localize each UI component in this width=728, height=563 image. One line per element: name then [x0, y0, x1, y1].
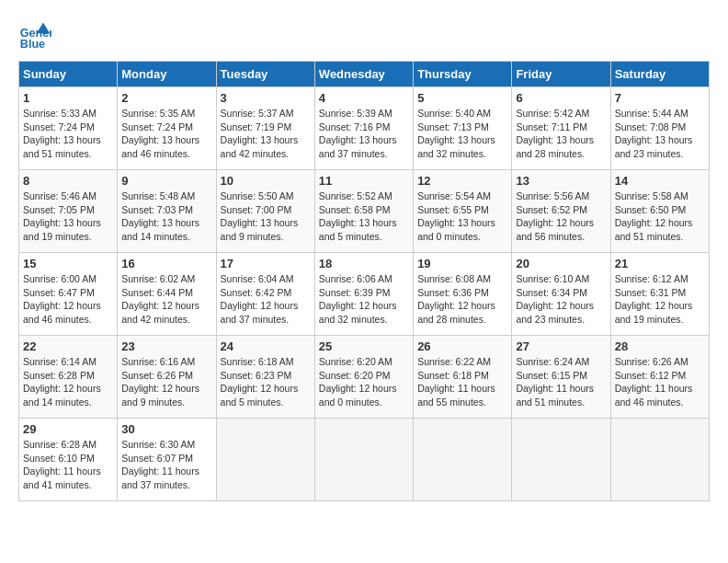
day-info: Sunrise: 6:06 AMSunset: 6:39 PMDaylight:… [319, 272, 409, 327]
calendar-header-row: SundayMondayTuesdayWednesdayThursdayFrid… [19, 62, 710, 87]
day-number: 1 [23, 91, 113, 105]
weekday-header: Tuesday [216, 62, 314, 87]
day-info: Sunrise: 5:40 AMSunset: 7:13 PMDaylight:… [417, 107, 507, 161]
calendar-day-cell: 12 Sunrise: 5:54 AMSunset: 6:55 PMDaylig… [414, 170, 512, 253]
day-number: 4 [319, 91, 409, 105]
calendar-day-cell: 25 Sunrise: 6:20 AMSunset: 6:20 PMDaylig… [314, 336, 413, 419]
day-number: 10 [221, 174, 311, 188]
weekday-header: Saturday [610, 62, 709, 87]
calendar-day-cell [216, 419, 314, 501]
day-info: Sunrise: 6:14 AMSunset: 6:28 PMDaylight:… [23, 355, 113, 409]
day-info: Sunrise: 6:22 AMSunset: 6:18 PMDaylight:… [417, 355, 507, 409]
day-number: 3 [221, 91, 311, 105]
day-info: Sunrise: 5:37 AMSunset: 7:19 PMDaylight:… [221, 107, 311, 161]
day-info: Sunrise: 6:08 AMSunset: 6:36 PMDaylight:… [417, 272, 507, 327]
calendar-day-cell: 9 Sunrise: 5:48 AMSunset: 7:03 PMDayligh… [118, 170, 216, 253]
day-number: 22 [23, 339, 113, 353]
day-info: Sunrise: 6:28 AMSunset: 6:10 PMDaylight:… [23, 438, 113, 492]
calendar-week-row: 29 Sunrise: 6:28 AMSunset: 6:10 PMDaylig… [19, 419, 710, 501]
calendar-day-cell: 1 Sunrise: 5:33 AMSunset: 7:24 PMDayligh… [19, 87, 118, 170]
day-info: Sunrise: 6:26 AMSunset: 6:12 PMDaylight:… [615, 355, 705, 409]
weekday-header: Friday [512, 62, 610, 87]
calendar-day-cell: 23 Sunrise: 6:16 AMSunset: 6:26 PMDaylig… [118, 336, 216, 419]
day-number: 12 [417, 174, 507, 188]
day-number: 9 [121, 174, 211, 188]
day-info: Sunrise: 5:52 AMSunset: 6:58 PMDaylight:… [319, 190, 409, 244]
day-info: Sunrise: 6:30 AMSunset: 6:07 PMDaylight:… [121, 438, 211, 492]
calendar-week-row: 15 Sunrise: 6:00 AMSunset: 6:47 PMDaylig… [19, 253, 710, 336]
calendar-day-cell: 4 Sunrise: 5:39 AMSunset: 7:16 PMDayligh… [314, 87, 413, 170]
calendar-day-cell: 22 Sunrise: 6:14 AMSunset: 6:28 PMDaylig… [19, 336, 118, 419]
day-number: 30 [121, 422, 211, 436]
day-info: Sunrise: 6:16 AMSunset: 6:26 PMDaylight:… [121, 355, 211, 409]
calendar-day-cell: 10 Sunrise: 5:50 AMSunset: 7:00 PMDaylig… [216, 170, 314, 253]
day-info: Sunrise: 5:58 AMSunset: 6:50 PMDaylight:… [615, 190, 705, 244]
calendar-day-cell: 14 Sunrise: 5:58 AMSunset: 6:50 PMDaylig… [610, 170, 709, 253]
day-number: 20 [516, 257, 606, 270]
calendar-day-cell: 5 Sunrise: 5:40 AMSunset: 7:13 PMDayligh… [414, 87, 512, 170]
calendar-day-cell: 21 Sunrise: 6:12 AMSunset: 6:31 PMDaylig… [610, 253, 709, 336]
day-number: 13 [516, 174, 606, 188]
calendar-day-cell: 15 Sunrise: 6:00 AMSunset: 6:47 PMDaylig… [19, 253, 118, 336]
day-number: 29 [23, 422, 113, 436]
calendar-day-cell: 6 Sunrise: 5:42 AMSunset: 7:11 PMDayligh… [512, 87, 610, 170]
day-info: Sunrise: 6:02 AMSunset: 6:44 PMDaylight:… [121, 272, 211, 327]
day-number: 11 [319, 174, 409, 188]
calendar-day-cell: 2 Sunrise: 5:35 AMSunset: 7:24 PMDayligh… [118, 87, 216, 170]
day-info: Sunrise: 6:10 AMSunset: 6:34 PMDaylight:… [516, 272, 606, 327]
day-number: 14 [615, 174, 705, 188]
day-number: 8 [23, 174, 113, 188]
calendar-day-cell: 16 Sunrise: 6:02 AMSunset: 6:44 PMDaylig… [118, 253, 216, 336]
day-number: 26 [417, 339, 507, 353]
day-number: 5 [417, 91, 507, 105]
day-info: Sunrise: 6:00 AMSunset: 6:47 PMDaylight:… [23, 272, 113, 327]
calendar-day-cell: 24 Sunrise: 6:18 AMSunset: 6:23 PMDaylig… [216, 336, 314, 419]
day-number: 6 [516, 91, 606, 105]
day-info: Sunrise: 5:48 AMSunset: 7:03 PMDaylight:… [121, 190, 211, 244]
day-number: 15 [23, 257, 113, 270]
calendar-day-cell: 7 Sunrise: 5:44 AMSunset: 7:08 PMDayligh… [610, 87, 709, 170]
calendar-day-cell: 30 Sunrise: 6:30 AMSunset: 6:07 PMDaylig… [118, 419, 216, 501]
calendar-day-cell: 18 Sunrise: 6:06 AMSunset: 6:39 PMDaylig… [314, 253, 413, 336]
svg-text:Blue: Blue [20, 38, 45, 51]
logo: General Blue [18, 18, 51, 52]
day-info: Sunrise: 5:35 AMSunset: 7:24 PMDaylight:… [121, 107, 211, 161]
calendar-week-row: 1 Sunrise: 5:33 AMSunset: 7:24 PMDayligh… [19, 87, 710, 170]
calendar-week-row: 22 Sunrise: 6:14 AMSunset: 6:28 PMDaylig… [19, 336, 710, 419]
day-info: Sunrise: 5:42 AMSunset: 7:11 PMDaylight:… [516, 107, 606, 161]
day-info: Sunrise: 5:44 AMSunset: 7:08 PMDaylight:… [615, 107, 705, 161]
logo-icon: General Blue [18, 18, 51, 52]
day-info: Sunrise: 5:56 AMSunset: 6:52 PMDaylight:… [516, 190, 606, 244]
day-number: 21 [615, 257, 705, 270]
calendar-day-cell: 17 Sunrise: 6:04 AMSunset: 6:42 PMDaylig… [216, 253, 314, 336]
calendar-day-cell: 28 Sunrise: 6:26 AMSunset: 6:12 PMDaylig… [610, 336, 709, 419]
day-info: Sunrise: 6:12 AMSunset: 6:31 PMDaylight:… [615, 272, 705, 327]
calendar-day-cell [610, 419, 709, 501]
day-number: 28 [615, 339, 705, 353]
calendar-table: SundayMondayTuesdayWednesdayThursdayFrid… [18, 61, 710, 501]
day-number: 7 [615, 91, 705, 105]
day-number: 16 [121, 257, 211, 270]
day-number: 18 [319, 257, 409, 270]
calendar-week-row: 8 Sunrise: 5:46 AMSunset: 7:05 PMDayligh… [19, 170, 710, 253]
day-info: Sunrise: 5:33 AMSunset: 7:24 PMDaylight:… [23, 107, 113, 161]
day-number: 2 [121, 91, 211, 105]
day-number: 23 [121, 339, 211, 353]
calendar-day-cell: 20 Sunrise: 6:10 AMSunset: 6:34 PMDaylig… [512, 253, 610, 336]
calendar-day-cell: 19 Sunrise: 6:08 AMSunset: 6:36 PMDaylig… [414, 253, 512, 336]
weekday-header: Sunday [19, 62, 118, 87]
calendar-day-cell [314, 419, 413, 501]
calendar-day-cell [414, 419, 512, 501]
day-number: 25 [319, 339, 409, 353]
page-header: General Blue [18, 18, 710, 52]
day-number: 27 [516, 339, 606, 353]
calendar-day-cell: 29 Sunrise: 6:28 AMSunset: 6:10 PMDaylig… [19, 419, 118, 501]
day-number: 24 [221, 339, 311, 353]
day-info: Sunrise: 6:24 AMSunset: 6:15 PMDaylight:… [516, 355, 606, 409]
weekday-header: Wednesday [314, 62, 413, 87]
day-info: Sunrise: 5:39 AMSunset: 7:16 PMDaylight:… [319, 107, 409, 161]
calendar-day-cell: 3 Sunrise: 5:37 AMSunset: 7:19 PMDayligh… [216, 87, 314, 170]
calendar-day-cell: 26 Sunrise: 6:22 AMSunset: 6:18 PMDaylig… [414, 336, 512, 419]
calendar-day-cell: 27 Sunrise: 6:24 AMSunset: 6:15 PMDaylig… [512, 336, 610, 419]
day-number: 17 [221, 257, 311, 270]
